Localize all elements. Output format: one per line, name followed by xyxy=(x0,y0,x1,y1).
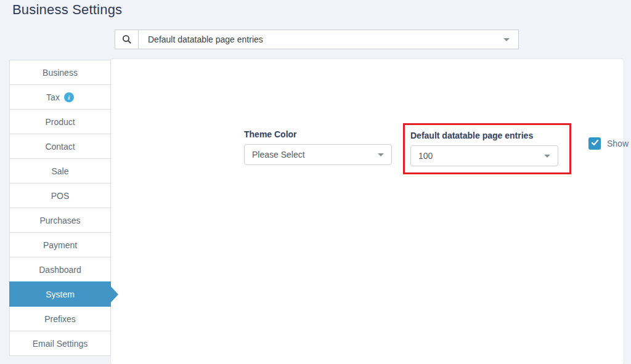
info-icon[interactable]: i xyxy=(64,92,74,102)
chevron-down-icon xyxy=(544,155,550,158)
sidebar-item-business[interactable]: Business xyxy=(9,60,111,85)
datatable-entries-label: Default datatable page entries xyxy=(410,131,533,140)
highlight-rectangle: Default datatable page entries 100 xyxy=(403,123,571,174)
sidebar-item-system[interactable]: System xyxy=(9,281,111,307)
sidebar-item-payment[interactable]: Payment xyxy=(9,232,111,257)
theme-color-value: Please Select xyxy=(245,150,378,160)
sidebar-item-label: POS xyxy=(51,191,70,201)
business-settings-page: { "page": { "title": "Business Settings"… xyxy=(0,0,631,364)
sidebar-item-label: Purchases xyxy=(39,216,80,225)
show-help-label[interactable]: Show help text xyxy=(607,139,631,148)
search-icon xyxy=(115,30,139,49)
chevron-down-icon xyxy=(378,153,384,156)
settings-search-select[interactable]: Default datatable page entries xyxy=(115,30,519,49)
show-help-row: Show help text xyxy=(588,137,631,150)
sidebar-item-dashboard[interactable]: Dashboard xyxy=(9,257,111,282)
search-selected-value: Default datatable page entries xyxy=(139,34,503,44)
sidebar-item-label: Email Settings xyxy=(33,339,88,349)
sidebar-item-prefixes[interactable]: Prefixes xyxy=(9,306,111,331)
sidebar-item-email-settings[interactable]: Email Settings xyxy=(9,331,111,356)
page-title: Business Settings xyxy=(12,2,122,18)
sidebar-item-pos[interactable]: POS xyxy=(9,183,111,208)
sidebar-item-sale[interactable]: Sale xyxy=(9,158,111,184)
checkmark-icon xyxy=(591,138,599,149)
sidebar-item-label: Contact xyxy=(45,142,75,152)
sidebar-item-label: Prefixes xyxy=(44,314,76,324)
sidebar-item-contact[interactable]: Contact xyxy=(9,134,111,159)
datatable-entries-value: 100 xyxy=(411,151,544,161)
sidebar-item-purchases[interactable]: Purchases xyxy=(9,208,111,233)
sidebar-item-label: Business xyxy=(43,68,78,78)
active-tab-arrow-icon xyxy=(110,286,118,303)
theme-color-select[interactable]: Please Select xyxy=(244,144,392,165)
chevron-down-icon xyxy=(503,38,510,41)
sidebar-item-label: System xyxy=(46,289,75,299)
sidebar-item-label: Payment xyxy=(43,240,77,250)
datatable-entries-select[interactable]: 100 xyxy=(410,145,558,166)
settings-sidebar: BusinessTaxiProductContactSalePOSPurchas… xyxy=(9,60,111,356)
show-help-checkbox[interactable] xyxy=(588,137,601,150)
sidebar-item-label: Dashboard xyxy=(39,265,81,275)
sidebar-item-label: Sale xyxy=(51,166,68,176)
sidebar-item-product[interactable]: Product xyxy=(9,109,111,134)
sidebar-item-label: Tax xyxy=(46,92,60,102)
settings-content-panel: Theme Color Please Select Default datata… xyxy=(111,59,624,364)
sidebar-item-tax[interactable]: Taxi xyxy=(9,84,111,110)
theme-color-label: Theme Color xyxy=(244,129,297,139)
sidebar-item-label: Product xyxy=(45,117,75,127)
